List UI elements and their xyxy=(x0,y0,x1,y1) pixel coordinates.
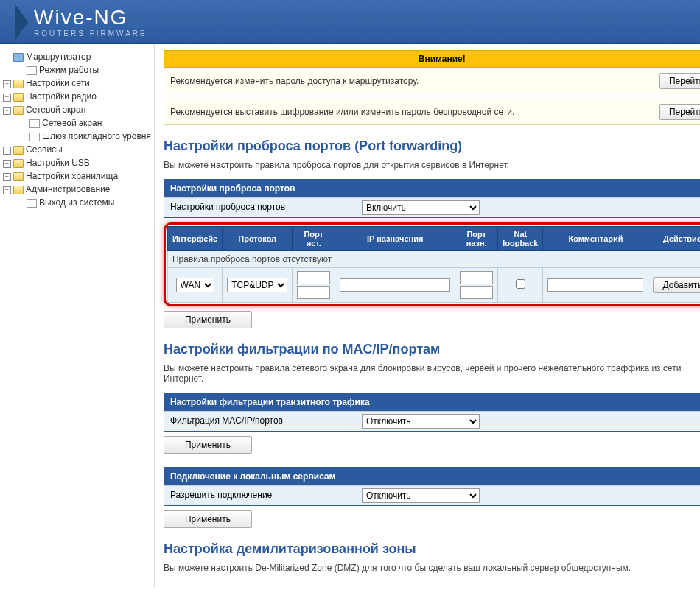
sidebar-item-10[interactable]: +Администрирование xyxy=(3,183,151,196)
mac-filter-select[interactable]: Отключить xyxy=(362,414,480,429)
brand-name: Wive-NG xyxy=(34,6,147,29)
local-services-panel: Подключение к локальным сервисам Разреши… xyxy=(164,467,700,506)
dest-ip-input[interactable] xyxy=(340,278,450,292)
port-forward-rules-highlight: Интерфейс Протокол Порт ист. IP назначен… xyxy=(164,222,700,306)
logo-text: Wive-NG ROUTERS FIRMWARE xyxy=(34,6,147,38)
apply-mac-filter-button[interactable]: Применить xyxy=(164,436,252,454)
expand-icon[interactable]: + xyxy=(3,173,11,181)
protocol-select[interactable]: TCP&UDP xyxy=(227,278,287,292)
app-header: Wive-NG ROUTERS FIRMWARE xyxy=(0,0,700,44)
col-comment: Комментарий xyxy=(543,227,648,251)
col-protocol: Протокол xyxy=(223,227,293,251)
sidebar-label: Режим работы xyxy=(39,65,99,75)
sidebar-label: Сетевой экран xyxy=(26,105,85,115)
col-dest-port: Порт назн. xyxy=(455,227,498,251)
go-button-wifi[interactable]: Перейти xyxy=(659,104,700,120)
new-rule-row: WAN TCP&UDP Добавить xyxy=(167,268,700,303)
sidebar-label: Маршрутизатор xyxy=(26,52,91,62)
panel-row: Разрешить подключение Отключить xyxy=(164,485,700,505)
monitor-icon xyxy=(13,53,24,62)
sidebar-label: Администрирование xyxy=(26,184,110,194)
sidebar-label: Сетевой экран xyxy=(42,118,102,128)
section-title-port-forward: Настройки проброса портов (Port forwardi… xyxy=(164,138,700,154)
notice-text: Рекомендуется изменить пароль доступа к … xyxy=(170,76,419,86)
port-forward-enable-select[interactable]: Включить xyxy=(362,200,480,215)
logo-icon xyxy=(15,4,28,41)
panel-header: Настройки фильтрации транзитного трафика xyxy=(164,393,700,411)
expand-icon[interactable]: + xyxy=(3,94,11,102)
sidebar-label: Настройки сети xyxy=(26,78,90,88)
row-label: Фильтрация MAC/IP/портов xyxy=(164,412,356,431)
notice-wifi: Рекомендуется выставить шифрование и/или… xyxy=(164,99,700,125)
local-services-select[interactable]: Отключить xyxy=(362,488,480,503)
sidebar-item-0[interactable]: Маршрутизатор xyxy=(3,50,151,63)
nat-loopback-checkbox[interactable] xyxy=(516,279,525,289)
sidebar-label: Настройки хранилища xyxy=(26,171,118,181)
panel-header: Подключение к локальным сервисам xyxy=(164,468,700,485)
section-intro: Вы можете настроить De-Militarized Zone … xyxy=(164,563,700,573)
dest-port-from-input[interactable] xyxy=(460,271,493,284)
src-port-from-input[interactable] xyxy=(297,271,330,284)
folder-icon xyxy=(13,172,24,181)
sidebar-item-3[interactable]: +Настройки радио xyxy=(3,90,151,103)
folder-icon xyxy=(13,80,24,88)
attention-header: Внимание! xyxy=(164,50,700,68)
mac-filter-panel: Настройки фильтрации транзитного трафика… xyxy=(164,393,700,432)
page-icon xyxy=(27,199,37,208)
section-intro: Вы можете настроить правила сетевого экр… xyxy=(164,363,700,384)
comment-input[interactable] xyxy=(547,278,643,292)
expand-icon[interactable]: - xyxy=(3,107,11,115)
sidebar-label: Шлюз прикладного уровня xyxy=(42,131,151,141)
apply-port-forward-button[interactable]: Применить xyxy=(164,311,252,328)
col-src-port: Порт ист. xyxy=(293,227,335,251)
folder-icon xyxy=(13,159,24,168)
sidebar-label: Сервисы xyxy=(26,144,63,155)
row-label: Настройки проброса портов xyxy=(164,198,356,217)
apply-local-services-button[interactable]: Применить xyxy=(164,510,252,528)
expand-icon[interactable]: + xyxy=(3,80,11,88)
add-rule-button[interactable]: Добавить xyxy=(653,277,700,293)
sidebar-label: Выход из системы xyxy=(39,197,114,208)
page-icon xyxy=(29,133,40,141)
sidebar-item-1[interactable]: Режим работы xyxy=(3,63,151,77)
dest-port-to-input[interactable] xyxy=(460,286,493,299)
src-port-to-input[interactable] xyxy=(297,286,330,299)
sidebar: МаршрутизаторРежим работы+Настройки сети… xyxy=(0,44,155,588)
expand-icon[interactable]: + xyxy=(3,186,11,194)
col-interface: Интерфейс xyxy=(167,227,222,251)
notice-text: Рекомендуется выставить шифрование и/или… xyxy=(170,107,514,117)
folder-icon xyxy=(13,186,24,194)
section-title-mac-filter: Настройки фильтрации по MAC/IP/портам xyxy=(164,342,700,357)
sidebar-item-9[interactable]: +Настройки хранилища xyxy=(3,169,151,183)
col-dest-ip: IP назначения xyxy=(335,227,455,251)
panel-row: Фильтрация MAC/IP/портов Отключить xyxy=(164,411,700,431)
sidebar-item-4[interactable]: -Сетевой экран xyxy=(3,103,151,116)
sidebar-item-2[interactable]: +Настройки сети xyxy=(3,77,151,90)
main-content: Внимание! Рекомендуется изменить пароль … xyxy=(155,44,700,588)
sidebar-item-7[interactable]: +Сервисы xyxy=(3,143,151,156)
expand-icon[interactable]: + xyxy=(3,160,11,168)
notice-password: Рекомендуется изменить пароль доступа к … xyxy=(164,68,700,94)
sidebar-label: Настройки USB xyxy=(26,158,90,168)
brand-subtitle: ROUTERS FIRMWARE xyxy=(34,29,147,38)
page-icon xyxy=(29,119,40,128)
port-forward-panel: Настройки проброса портов Настройки проб… xyxy=(164,179,700,218)
section-intro: Вы можете настроить правила проброса пор… xyxy=(164,160,700,170)
section-title-dmz: Настройка демилитаризованной зоны xyxy=(164,541,700,557)
sidebar-item-6[interactable]: Шлюз прикладного уровня xyxy=(3,130,151,143)
sidebar-item-5[interactable]: Сетевой экран xyxy=(3,116,151,130)
sidebar-label: Настройки радио xyxy=(26,91,97,102)
folder-icon xyxy=(13,93,24,102)
interface-select[interactable]: WAN xyxy=(176,278,214,292)
panel-row: Настройки проброса портов Включить xyxy=(164,197,700,217)
col-nat-loopback: Nat loopback xyxy=(498,227,543,251)
folder-icon xyxy=(13,146,24,155)
panel-header: Настройки проброса портов xyxy=(164,180,700,197)
row-label: Разрешить подключение xyxy=(164,486,356,505)
sidebar-item-8[interactable]: +Настройки USB xyxy=(3,156,151,169)
page-icon xyxy=(27,66,37,75)
col-action: Действие xyxy=(648,227,700,251)
expand-icon[interactable]: + xyxy=(3,147,11,155)
sidebar-item-11[interactable]: Выход из системы xyxy=(3,196,151,209)
go-button-password[interactable]: Перейти xyxy=(659,73,700,89)
